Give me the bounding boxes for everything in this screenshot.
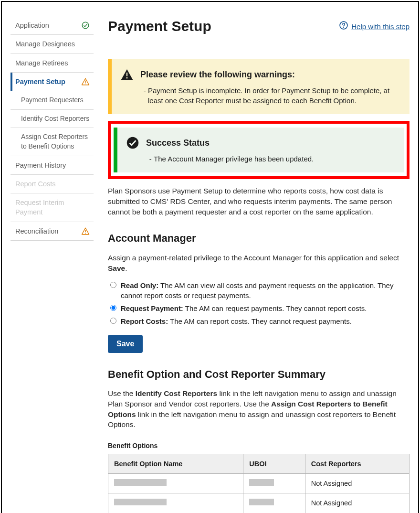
summary-heading: Benefit Option and Cost Reporter Summary [108, 367, 410, 382]
cell-reporters: Not Assigned [305, 493, 409, 513]
radio-request-payment[interactable]: Request Payment: The AM can request paym… [108, 303, 410, 313]
nav-item-payment-requesters[interactable]: Payment Requesters [10, 91, 94, 110]
radio-label-bold: Report Costs: [121, 317, 168, 325]
cell-uboi [243, 474, 305, 493]
radio-label-bold: Read Only: [121, 281, 158, 289]
success-highlight: Success Status The Account Manager privi… [108, 121, 410, 179]
nav-label: Payment History [15, 160, 66, 170]
svg-rect-7 [126, 73, 127, 76]
page-title: Payment Setup [108, 16, 211, 36]
summary-text: Use the [108, 389, 136, 397]
radio-read-only[interactable]: Read Only: The AM can view all costs and… [108, 280, 410, 300]
col-uboi: UBOI [243, 454, 305, 473]
radio-label-desc: The AM can report costs. They cannot req… [168, 317, 352, 325]
radio-report-costs[interactable]: Report Costs: The AM can report costs. T… [108, 316, 410, 326]
help-circle-icon [339, 21, 348, 32]
warning-list: Payment Setup is incomplete. In order fo… [140, 86, 399, 106]
instruction-text: Assign a payment-related privilege to th… [108, 254, 399, 262]
nav-item-manage-designees[interactable]: Manage Designees [10, 35, 94, 53]
col-cost-reporters: Cost Reporters [305, 454, 409, 473]
nav-label: Application [15, 21, 49, 30]
col-benefit-option-name: Benefit Option Name [108, 454, 243, 473]
table-row: Not Assigned [108, 474, 410, 493]
left-nav: Application Manage Designees Manage Reti… [10, 16, 94, 513]
nav-item-payment-history[interactable]: Payment History [10, 156, 94, 175]
svg-point-8 [126, 77, 127, 78]
main-content: Payment Setup Help with this step Please… [108, 16, 410, 513]
nav-item-identify-cost-reporters[interactable]: Identify Cost Reporters [10, 110, 94, 128]
nav-item-application[interactable]: Application [10, 16, 94, 35]
table-caption: Benefit Options [108, 441, 410, 451]
success-item: The Account Manager privilege has been u… [154, 154, 314, 164]
instruction-text: . [125, 264, 127, 272]
nav-label: Payment Requesters [21, 96, 84, 105]
redacted-text [114, 499, 167, 505]
nav-item-request-interim-payment: Request Interim Payment [10, 193, 94, 222]
radio-input[interactable] [110, 282, 116, 288]
intro-paragraph: Plan Sponsors use Payment Setup to deter… [108, 186, 410, 217]
nav-item-manage-retirees[interactable]: Manage Retirees [10, 54, 94, 73]
cell-reporters: Not Assigned [305, 474, 409, 493]
nav-item-reconciliation[interactable]: Reconciliation [10, 222, 94, 241]
nav-item-payment-setup[interactable]: Payment Setup [10, 73, 94, 91]
check-circle-filled-icon [126, 136, 139, 150]
svg-point-6 [343, 27, 344, 28]
nav-label: Reconciliation [15, 226, 58, 236]
radio-input[interactable] [110, 318, 116, 324]
save-button[interactable]: Save [108, 335, 143, 353]
nav-label: Assign Cost Reporters to Benefit Options [21, 132, 90, 151]
check-circle-icon [81, 21, 90, 30]
redacted-text [249, 499, 274, 505]
cell-uboi [243, 493, 305, 513]
nav-label: Request Interim Payment [15, 198, 90, 217]
account-manager-heading: Account Manager [108, 231, 410, 246]
cell-name [108, 493, 243, 513]
svg-point-9 [127, 137, 139, 149]
benefit-options-table: Benefit Option Name UBOI Cost Reporters … [108, 454, 410, 513]
summary-text: link in the left navigation menu to assi… [108, 410, 396, 429]
summary-paragraph: Use the Identify Cost Reporters link in … [108, 388, 410, 430]
table-row: Not Assigned [108, 493, 410, 513]
warn-triangle-icon [81, 77, 90, 86]
help-link-label: Help with this step [351, 21, 410, 32]
success-title: Success Status [146, 137, 314, 149]
warning-title: Please review the following warnings: [140, 69, 399, 81]
help-link[interactable]: Help with this step [339, 21, 410, 32]
radio-label-desc: The AM can view all costs and payment re… [121, 281, 393, 299]
radio-label-desc: The AM can request payments. They cannot… [183, 304, 367, 312]
svg-point-0 [82, 22, 89, 29]
warning-item: Payment Setup is incomplete. In order fo… [148, 86, 399, 106]
cell-name [108, 474, 243, 493]
instruction-bold: Save [108, 264, 125, 272]
account-manager-instruction: Assign a payment-related privilege to th… [108, 253, 410, 273]
svg-point-2 [85, 84, 86, 85]
success-alert: Success Status The Account Manager privi… [114, 128, 404, 172]
privilege-radio-group: Read Only: The AM can view all costs and… [108, 280, 410, 326]
nav-item-assign-cost-reporters[interactable]: Assign Cost Reporters to Benefit Options [10, 128, 94, 156]
nav-label: Report Costs [15, 179, 56, 189]
redacted-text [249, 479, 274, 486]
nav-label: Identify Cost Reporters [21, 114, 89, 124]
redacted-text [114, 479, 167, 486]
radio-label-bold: Request Payment: [121, 304, 183, 312]
summary-bold: Identify Cost Reporters [136, 389, 217, 397]
warning-triangle-icon [120, 68, 134, 81]
success-list: The Account Manager privilege has been u… [146, 154, 314, 164]
nav-label: Manage Designees [15, 39, 75, 49]
nav-label: Payment Setup [15, 77, 65, 86]
nav-label: Manage Retirees [15, 58, 68, 68]
radio-input[interactable] [110, 305, 116, 311]
nav-item-report-costs: Report Costs [10, 175, 94, 193]
warning-alert: Please review the following warnings: Pa… [108, 59, 410, 114]
svg-point-4 [85, 233, 86, 234]
warn-triangle-icon [81, 227, 90, 235]
